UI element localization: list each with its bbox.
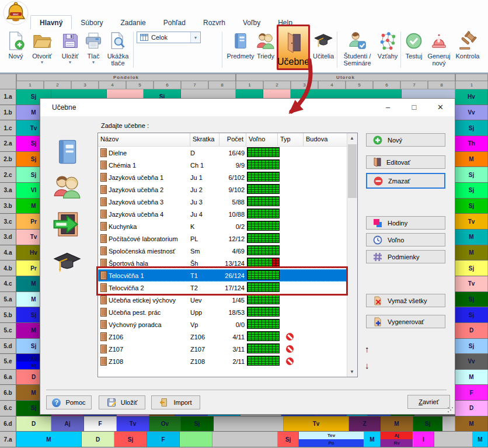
tab-Hlavný[interactable]: Hlavný	[30, 15, 72, 29]
timetable-cell[interactable]: Sj	[455, 339, 488, 354]
lessons-button[interactable]: Hodiny	[366, 216, 445, 230]
timetable-cell[interactable]: M	[364, 432, 381, 447]
scroll-up-icon[interactable]: ▲	[347, 133, 357, 143]
room-row-D[interactable]: DielneD16/49	[98, 147, 357, 159]
timetable-cell[interactable]: F	[455, 385, 488, 400]
students-seminars-button[interactable]: Študenti / Semináre	[339, 29, 375, 67]
rail-classrooms-door-icon[interactable]	[51, 210, 83, 239]
timetable-cell[interactable]: I	[413, 432, 434, 447]
room-row-Ju 4[interactable]: Jazyková učebňa 4Ju 410/88	[98, 208, 357, 220]
timetable-cell[interactable]: Tv	[117, 416, 149, 432]
room-row-Ju 3[interactable]: Jazyková učebňa 3Ju 35/88	[98, 196, 357, 208]
dialog-titlebar[interactable]: Učebne – □ ✕	[40, 99, 455, 116]
timetable-cell[interactable]: Ov	[149, 416, 181, 432]
timetable-cell[interactable]: Sj	[114, 432, 147, 447]
timetable-cell[interactable]: Vv	[455, 105, 488, 120]
move-down-arrow[interactable]: ↓	[365, 360, 370, 370]
timetable-cell[interactable]: Vv	[455, 354, 488, 369]
tab-Pohľad[interactable]: Pohľad	[155, 16, 194, 29]
column-header-pocet[interactable]: Počet	[219, 133, 246, 146]
scrollbar-thumb[interactable]	[348, 144, 357, 198]
print-button[interactable]: Tlač ▼	[83, 29, 104, 65]
column-header-budova[interactable]: Budova	[304, 133, 347, 146]
tab-Voľby[interactable]: Voľby	[234, 16, 269, 29]
import-button[interactable]: Import	[151, 395, 200, 409]
timetable-cell[interactable]: Sj	[455, 120, 488, 136]
delete-all-button[interactable]: Vymaž všetky	[366, 294, 445, 307]
room-row-Z106[interactable]: Z106Z1064/11	[98, 331, 357, 343]
room-row-Ju 1[interactable]: Jazyková učebňa 1Ju 16/102	[98, 171, 357, 183]
timetable-cell[interactable]: Hv	[455, 89, 488, 105]
subjects-button[interactable]: Predmety	[226, 29, 255, 60]
timetable-cell[interactable]: Sj	[455, 199, 488, 214]
close-icon[interactable]: ✕	[427, 99, 454, 114]
timetable-cell[interactable]: Tv	[284, 416, 349, 432]
chevron-down-icon[interactable]: ▼	[92, 60, 96, 65]
timetable-cell[interactable]: M	[455, 230, 488, 245]
maximize-icon[interactable]: □	[401, 99, 427, 114]
timetable-cell[interactable]: D	[82, 432, 114, 447]
tab-Rozvrh[interactable]: Rozvrh	[194, 16, 234, 29]
timetable-cell[interactable]: M	[16, 432, 82, 447]
minimize-icon[interactable]: –	[375, 99, 401, 114]
column-header-nazov[interactable]: Názov	[98, 133, 190, 146]
timetable-cell[interactable]: Sj	[455, 183, 488, 198]
new-button[interactable]: Nový	[5, 29, 27, 60]
delete-room-button[interactable]: Zmazať	[366, 173, 445, 189]
timetable-cell[interactable]: D	[455, 401, 488, 416]
timetable-cell[interactable]: Sj	[278, 432, 299, 447]
timetable-cell[interactable]: M	[455, 416, 488, 432]
room-row-Sm[interactable]: Spoločenská miestnosťSm4/69	[98, 245, 357, 257]
timetable-cell[interactable]: Sj	[455, 292, 488, 307]
timetable-cell[interactable]	[214, 416, 284, 432]
teachers-button[interactable]: Učitelia	[310, 29, 337, 60]
timetable-cell[interactable]: Sj	[455, 307, 488, 322]
classes-button[interactable]: Triedy	[255, 29, 277, 60]
room-row-Šh[interactable]: Športová halaŠh13/124	[98, 257, 357, 269]
save-button[interactable]: Uložiť ▼	[57, 29, 83, 65]
timetable-cell[interactable]: F	[147, 432, 180, 447]
rail-teachers-cap-icon[interactable]	[51, 247, 83, 276]
room-row-T2[interactable]: Telocvičňa 2T217/124	[98, 282, 357, 294]
tab-Zadanie[interactable]: Zadanie	[111, 16, 154, 29]
rail-subjects-book-icon[interactable]	[51, 137, 83, 166]
generate-rooms-button[interactable]: Vygenerovať	[366, 315, 445, 328]
timetable-cell[interactable]: M	[455, 152, 488, 167]
timetable-cell[interactable]: Sj	[413, 416, 442, 432]
scroll-down-icon[interactable]: ▼	[347, 367, 357, 377]
room-row-Z108[interactable]: Z108Z1082/11	[98, 355, 357, 367]
timetable-cell[interactable]: D	[16, 416, 51, 432]
test-button[interactable]: Testuj	[403, 29, 425, 60]
timetable-cell[interactable]: Z	[349, 416, 381, 432]
timetable-cell[interactable]: M	[455, 245, 488, 261]
table-scrollbar[interactable]: ▲ ▼	[347, 133, 357, 377]
timetable-cell[interactable]: Sj	[455, 261, 488, 276]
room-row-Ju 2[interactable]: Jazyková učebňa 2Ju 29/102	[98, 183, 357, 196]
timetable-cell[interactable]: M	[381, 416, 413, 432]
chevron-down-icon[interactable]: ▼	[190, 32, 200, 43]
room-row-Upp[interactable]: Učebňa pest. prácUpp18/53	[98, 306, 357, 318]
timetable-cell[interactable]	[180, 432, 212, 447]
tab-Súbory[interactable]: Súbory	[72, 16, 111, 29]
room-row-PL[interactable]: Počítačové laboratoriumPL12/12	[98, 232, 357, 245]
conditions-button[interactable]: Podmienky	[366, 250, 445, 263]
timetable-cell[interactable]: Sj	[455, 167, 488, 182]
view-selector[interactable]: Celok ▼	[137, 32, 201, 43]
timetable-cell[interactable]: TevPo	[299, 432, 364, 447]
room-row-Ch 1[interactable]: Chémia 1Ch 19/9	[98, 159, 357, 171]
close-dialog-button[interactable]: Zavrieť	[407, 395, 450, 409]
room-row-T1[interactable]: Telocvičňa 1T126/124	[98, 269, 357, 282]
print-preview-button[interactable]: Ukážka tlače	[104, 29, 132, 67]
column-header-skratka[interactable]: Skratka	[190, 133, 219, 146]
column-header-volno[interactable]: Voľno	[246, 133, 278, 146]
timeoff-button[interactable]: Voľno	[366, 233, 445, 246]
timetable-cell[interactable]: Tv	[455, 276, 488, 291]
generate-new-button[interactable]: Generuj nový	[425, 29, 453, 67]
edit-room-button[interactable]: Editovať	[366, 155, 445, 169]
room-row-Vp[interactable]: Výchovný poradcaVp0/0	[98, 318, 357, 331]
timetable-cell[interactable]: Th	[455, 136, 488, 151]
timetable-cell[interactable]: M	[455, 370, 488, 385]
room-row-Uev[interactable]: Učebňa etickej výchovyUev1/45	[98, 294, 357, 306]
help-button[interactable]: ? Pomoc	[46, 395, 92, 409]
control-button[interactable]: Kontrola	[453, 29, 482, 60]
